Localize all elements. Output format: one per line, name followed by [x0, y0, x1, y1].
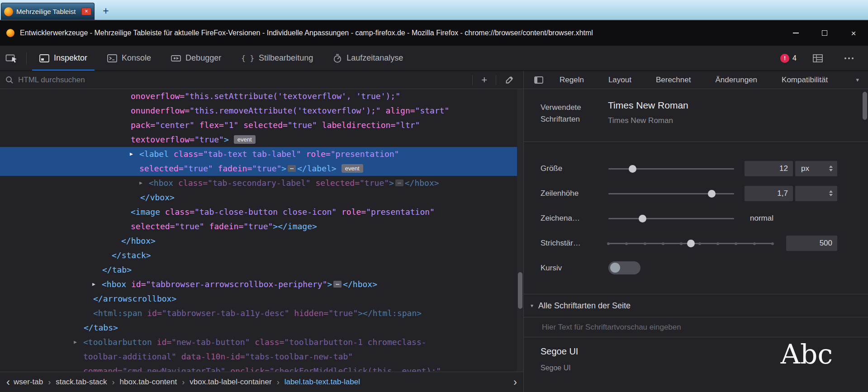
markup-row[interactable]: </tabs> — [0, 321, 523, 335]
eyedropper-icon — [505, 76, 514, 85]
tab-inspektor[interactable]: Inspektor — [29, 46, 97, 71]
breadcrumb-item[interactable]: vbox.tab-label-container — [190, 378, 271, 387]
code-text: class= — [255, 337, 284, 347]
split-console-button[interactable] — [807, 54, 828, 62]
markup-row[interactable]: textoverflow="true">event — [0, 132, 523, 147]
unit-select[interactable] — [795, 186, 837, 201]
minimize-button[interactable] — [781, 20, 810, 46]
sidebar-tab-layout[interactable]: Layout — [596, 76, 644, 85]
value-input[interactable]: 500 — [786, 236, 837, 251]
eyedropper-button[interactable] — [501, 76, 518, 85]
collapsed-content-icon[interactable]: ⋯ — [333, 281, 342, 288]
search-bar: + — [0, 71, 524, 89]
value-input[interactable]: 12 — [745, 161, 793, 176]
markup-row[interactable]: </tab> — [0, 263, 523, 277]
code-text: </vbox> — [140, 193, 175, 202]
scrollbar-thumb[interactable] — [863, 92, 867, 120]
value-input[interactable]: 1,7 — [745, 186, 793, 201]
scrollbar-thumb[interactable] — [518, 272, 522, 309]
breadcrumb-separator-icon: › — [277, 378, 280, 387]
close-button[interactable]: × — [839, 20, 868, 46]
markup-row[interactable]: command="cmd_newNavigatorTab" onclick="c… — [0, 364, 523, 372]
code-text: align= — [386, 106, 415, 115]
tab-close-button[interactable]: × — [81, 8, 91, 15]
markup-row[interactable]: ▶<hbox id="tabbrowser-arrowscrollbox-per… — [0, 277, 523, 292]
event-badge[interactable]: event — [342, 164, 363, 173]
sidebar-toggle-icon — [534, 76, 543, 84]
markup-row[interactable]: <image class="tab-close-button close-ico… — [0, 205, 523, 219]
code-text: "true" — [175, 222, 204, 231]
slider-tick — [753, 242, 756, 245]
new-tab-button[interactable]: + — [99, 5, 113, 18]
slider-thumb[interactable] — [629, 165, 636, 173]
slider-thumb[interactable] — [687, 240, 695, 247]
slider-thumb[interactable] — [708, 190, 716, 198]
slider[interactable] — [608, 165, 734, 173]
markup-rows: onoverflow="this.setAttribute('textoverf… — [0, 89, 523, 372]
markup-row[interactable]: selected="true" fadein="true">⋯</label>e… — [0, 161, 523, 176]
markup-row[interactable]: onoverflow="this.setAttribute('textoverf… — [0, 89, 523, 104]
browser-tab[interactable]: Mehrzeilige Tableist × — [1, 3, 95, 20]
markup-row[interactable]: </hbox> — [0, 234, 523, 248]
markup-row[interactable]: ▶<hbox class="tab-secondary-label" selec… — [0, 176, 523, 190]
breadcrumb-item[interactable]: wser-tab — [14, 378, 43, 387]
slider[interactable] — [608, 239, 773, 247]
event-badge[interactable]: event — [234, 135, 256, 144]
tab-overflow-icon[interactable]: ▾ — [856, 76, 859, 83]
expand-icon[interactable]: ▶ — [92, 277, 95, 292]
error-badge[interactable]: ! 4 — [780, 54, 797, 63]
markup-row[interactable]: selected="true" fadein="true"></image> — [0, 219, 523, 234]
markup-row[interactable]: </arrowscrollbox> — [0, 292, 523, 306]
sidebar-tab-berechnet[interactable]: Berechnet — [644, 76, 703, 85]
expand-icon[interactable]: ▶ — [130, 147, 133, 161]
unit-select[interactable]: px — [795, 161, 837, 176]
toggle-knob[interactable] — [610, 263, 620, 273]
breadcrumb-scroll-left[interactable]: ‹ — [3, 373, 14, 391]
breadcrumb-item[interactable]: hbox.tab-content — [120, 378, 177, 387]
tab-laufzeitanalyse[interactable]: Laufzeitanalyse — [323, 46, 413, 71]
slider-thumb[interactable] — [639, 215, 646, 222]
markup-row[interactable]: ▶<label class="tab-text tab-label" role=… — [0, 147, 523, 161]
search-input[interactable] — [18, 76, 468, 85]
code-text — [213, 164, 218, 173]
markup-row[interactable]: onunderflow="this.removeAttribute('texto… — [0, 104, 523, 118]
panel-scrollbar[interactable] — [862, 89, 868, 392]
font-editor-row: Zeilenhöhe1,7 — [524, 181, 868, 206]
sidebar-tab-kompatibilitaet[interactable]: Kompatibilität — [769, 76, 840, 85]
slider[interactable] — [608, 214, 734, 222]
font-editor-controls: Größe12pxZeilenhöhe1,7Zeichena…normalStr… — [524, 142, 868, 294]
slider[interactable] — [608, 189, 734, 198]
markup-row[interactable]: ▶<toolbarbutton id="new-tab-button" clas… — [0, 335, 523, 349]
collapsed-content-icon[interactable]: ⋯ — [288, 165, 296, 172]
sidebar-tab-aenderungen[interactable]: Änderungen — [703, 76, 769, 85]
font-preview-input[interactable] — [542, 323, 859, 332]
tab-debugger[interactable]: Debugger — [161, 46, 231, 71]
markup-row[interactable]: toolbar-additional" data-l10n-id="tabs-t… — [0, 349, 523, 364]
expand-icon[interactable]: ▶ — [139, 176, 142, 190]
code-text: textoverflow= — [131, 135, 194, 144]
performance-icon — [333, 54, 342, 63]
italic-toggle[interactable] — [608, 261, 640, 274]
markup-row[interactable]: </stack> — [0, 248, 523, 263]
pick-element-button[interactable] — [0, 46, 24, 71]
markup-row[interactable]: pack="center" flex="1" selected="true" l… — [0, 118, 523, 132]
tab-konsole[interactable]: Konsole — [97, 46, 161, 71]
maximize-button[interactable] — [810, 20, 839, 46]
collapsed-content-icon[interactable]: ⋯ — [395, 179, 403, 186]
more-tools-button[interactable] — [839, 57, 859, 59]
sidebar-tab-regeln[interactable]: Regeln — [547, 76, 596, 85]
all-fonts-header[interactable]: ▾ Alle Schriftarten der Seite — [524, 294, 868, 317]
add-node-button[interactable]: + — [477, 74, 491, 86]
markup-row[interactable]: <html:span id="tabbrowser-tab-a11y-desc"… — [0, 306, 523, 321]
code-text: "this.removeAttribute('textoverflow');" — [190, 106, 381, 115]
markup-row[interactable]: </vbox> — [0, 190, 523, 205]
tab-stilbearbeitung[interactable]: { } Stilbearbeitung — [231, 46, 323, 71]
sidebar-toggle-button[interactable] — [530, 76, 547, 84]
expand-icon[interactable]: ▶ — [74, 335, 77, 349]
breadcrumb-item[interactable]: label.tab-text.tab-label — [285, 378, 360, 387]
breadcrumb-item[interactable]: stack.tab-stack — [56, 378, 107, 387]
breadcrumb-scroll-right[interactable]: › — [510, 373, 521, 391]
fonts-panel: Verwendete Schriftarten Times New Roman … — [524, 89, 868, 392]
code-text: "tab-text tab-label" — [203, 149, 301, 159]
markup-scrollbar[interactable] — [517, 89, 523, 372]
